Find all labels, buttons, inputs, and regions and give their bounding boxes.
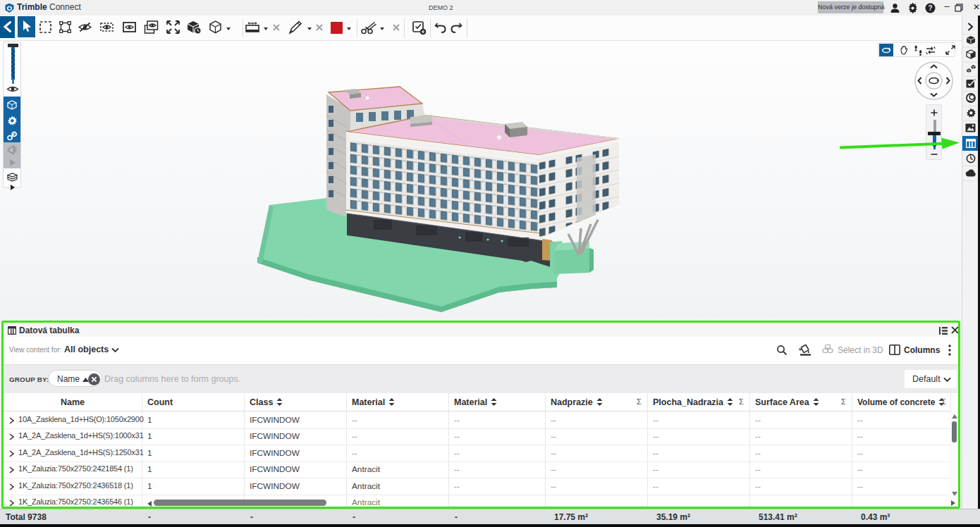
svg-text:?: ?	[928, 4, 932, 12]
